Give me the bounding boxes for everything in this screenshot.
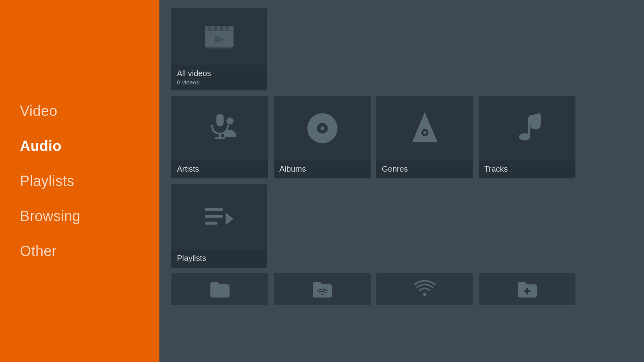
tracks-icon-area: [479, 96, 575, 160]
card-genres[interactable]: Genres: [376, 96, 473, 178]
svg-rect-29: [524, 290, 530, 292]
sidebar-item-browsing[interactable]: Browsing: [20, 201, 139, 232]
albums-icon: [304, 110, 340, 146]
svg-rect-3: [214, 26, 217, 31]
card-artists[interactable]: Artists: [171, 96, 268, 178]
main-content: All videos 0 videos Arti: [159, 0, 644, 362]
tracks-label-area: Tracks: [479, 160, 575, 178]
svg-rect-24: [205, 221, 218, 224]
svg-point-21: [530, 123, 540, 129]
svg-rect-8: [216, 114, 224, 127]
playlists-icon: [201, 199, 237, 235]
all-videos-label: All videos: [177, 69, 261, 78]
folder-icon: [208, 277, 232, 301]
artists-icon: [202, 110, 238, 146]
sidebar-item-audio[interactable]: Audio: [20, 131, 139, 162]
row-browsing: [171, 273, 636, 305]
tracks-label: Tracks: [484, 164, 570, 174]
albums-label: Albums: [279, 164, 365, 174]
card-local-folder[interactable]: [171, 273, 268, 305]
svg-point-17: [423, 131, 426, 134]
artists-label-area: Artists: [171, 160, 268, 178]
network-folder-icon: [310, 277, 334, 301]
playlists-icon-area: [171, 184, 267, 250]
card-network-folder[interactable]: [274, 273, 371, 305]
playlists-card-label: Playlists: [177, 254, 261, 263]
genres-label: Genres: [382, 164, 467, 174]
svg-rect-23: [205, 215, 223, 217]
artists-icon-area: [171, 96, 268, 160]
all-videos-sublabel: 0 videos: [177, 79, 261, 86]
row-videos: All videos 0 videos: [171, 8, 636, 90]
sidebar: Video Audio Playlists Browsing Other: [0, 0, 159, 362]
row-playlists: Playlists: [171, 184, 636, 268]
artists-label: Artists: [177, 164, 263, 174]
svg-rect-4: [220, 26, 223, 31]
add-folder-icon: [515, 277, 539, 301]
svg-rect-7: [207, 45, 232, 48]
card-tracks[interactable]: Tracks: [479, 96, 575, 178]
upnp-icon: [413, 277, 437, 301]
card-all-videos[interactable]: All videos 0 videos: [171, 8, 267, 90]
genres-icon-area: [376, 96, 473, 160]
film-icon: [201, 19, 237, 55]
svg-rect-5: [226, 26, 228, 31]
genres-icon: [407, 110, 443, 146]
card-albums[interactable]: Albums: [274, 96, 371, 178]
svg-point-11: [226, 117, 234, 125]
row-audio-categories: Artists Albums: [171, 96, 636, 178]
all-videos-icon-area: [171, 8, 267, 65]
sidebar-item-other[interactable]: Other: [20, 236, 139, 267]
svg-point-27: [423, 293, 426, 296]
albums-label-area: Albums: [274, 160, 371, 178]
sidebar-item-video[interactable]: Video: [20, 96, 139, 127]
card-upnp[interactable]: [376, 273, 473, 305]
svg-point-20: [519, 133, 530, 141]
card-playlists[interactable]: Playlists: [171, 184, 267, 268]
svg-point-26: [321, 294, 323, 295]
tracks-icon: [509, 110, 545, 146]
card-add-folder[interactable]: [479, 273, 575, 305]
albums-icon-area: [274, 96, 371, 160]
svg-marker-15: [412, 112, 437, 142]
svg-rect-22: [205, 208, 223, 211]
svg-point-14: [320, 127, 324, 130]
all-videos-label-area: All videos 0 videos: [171, 65, 267, 90]
sidebar-item-playlists[interactable]: Playlists: [20, 166, 139, 197]
svg-rect-2: [208, 26, 211, 31]
playlists-label-area: Playlists: [171, 250, 267, 268]
genres-label-area: Genres: [376, 160, 473, 178]
svg-marker-25: [226, 213, 234, 225]
